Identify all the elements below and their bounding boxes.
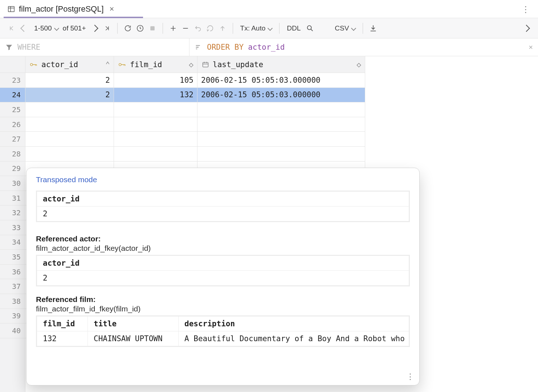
row-number[interactable]: 31 [0, 191, 25, 206]
row-number[interactable]: 40 [0, 323, 25, 338]
where-clause[interactable]: WHERE [0, 38, 189, 56]
cell-empty[interactable] [114, 132, 197, 146]
column-header-film-id[interactable]: film_id ◇ [114, 56, 197, 73]
stop-button[interactable] [147, 22, 158, 35]
row-number[interactable]: 28 [0, 147, 25, 162]
cell-actor-id[interactable]: 2 [25, 73, 114, 87]
submit-button[interactable] [204, 22, 216, 35]
order-by-clause[interactable]: ORDER BY actor_id × [189, 38, 538, 56]
row-number[interactable]: 26 [0, 117, 25, 132]
ref-film-col-desc: description [179, 317, 409, 331]
ddl-button[interactable]: DDL [284, 22, 303, 35]
refresh-button[interactable] [122, 22, 134, 35]
kebab-menu-icon[interactable]: ⋮ [521, 4, 531, 15]
filter-bar: WHERE ORDER BY actor_id × [0, 38, 538, 56]
row-number[interactable]: 25 [0, 102, 25, 117]
revert-button[interactable] [192, 22, 204, 35]
table-row[interactable] [25, 147, 365, 162]
first-page-button[interactable] [6, 22, 17, 35]
row-number[interactable]: 29 [0, 162, 25, 176]
cell-empty[interactable] [197, 117, 365, 132]
delete-row-button[interactable] [180, 22, 191, 35]
cell-film-id[interactable]: 105 [114, 73, 197, 87]
search-button[interactable] [304, 22, 316, 35]
close-tab-icon[interactable]: × [107, 4, 117, 14]
clear-sort-icon[interactable]: × [529, 43, 533, 52]
transposed-mode-link[interactable]: Transposed mode [36, 175, 97, 184]
cell-empty[interactable] [197, 147, 365, 161]
row-number[interactable]: 39 [0, 309, 25, 324]
commit-button[interactable] [217, 22, 228, 35]
table-row[interactable] [25, 117, 365, 132]
cell-empty[interactable] [25, 147, 114, 161]
cell-empty[interactable] [114, 117, 197, 132]
tx-mode-button[interactable]: Tx: Auto [237, 22, 275, 35]
table-row[interactable] [25, 102, 365, 117]
row-number[interactable]: 30 [0, 176, 25, 191]
row-number[interactable]: 36 [0, 265, 25, 279]
ref-film-title: CHAINSAW UPTOWN [88, 331, 179, 346]
cell-empty[interactable] [114, 102, 197, 117]
export-format-button[interactable]: CSV [332, 22, 358, 35]
add-row-button[interactable] [167, 22, 179, 35]
cell-empty[interactable] [25, 117, 114, 132]
cell-last-update[interactable]: 2006-02-15 05:05:03.000000 [197, 73, 365, 87]
row-number[interactable]: 37 [0, 279, 25, 294]
prev-page-button[interactable] [18, 22, 30, 35]
editor-tab[interactable]: film_actor [PostgreSQL] × [4, 0, 123, 18]
sort-asc-icon[interactable]: ⌃ [105, 60, 110, 69]
result-toolbar: 1-500 of 501+ Tx: Auto DDL CSV [0, 18, 538, 38]
editor-tab-bar: film_actor [PostgreSQL] × ⋮ [0, 0, 538, 18]
column-name: actor_id [41, 60, 78, 69]
column-header-last-update[interactable]: last_update ◇ [197, 56, 365, 73]
ref-film-col-title: title [88, 317, 179, 331]
cell-film-id[interactable]: 132 [114, 88, 197, 102]
cell-empty[interactable] [25, 102, 114, 117]
table-row[interactable] [25, 132, 365, 147]
column-header-row: actor_id ⌃ film_id ◇ last_update ◇ [25, 56, 365, 73]
gutter-header [0, 56, 25, 73]
column-name: last_update [213, 60, 263, 69]
datetime-icon [202, 61, 209, 68]
sort-handle-icon[interactable]: ◇ [189, 60, 193, 69]
referenced-film-fkey: film_actor_film_id_fkey(film_id) [36, 305, 410, 313]
last-page-button[interactable] [101, 22, 113, 35]
row-number[interactable]: 23 [0, 73, 25, 88]
table-row[interactable]: 21052006-02-15 05:05:03.000000 [25, 73, 365, 88]
order-by-column: actor_id [248, 43, 285, 52]
cell-empty[interactable] [25, 132, 114, 146]
row-number[interactable]: 33 [0, 220, 25, 235]
page-range-value: 1-500 [33, 24, 53, 32]
cell-actor-id[interactable]: 2 [25, 88, 114, 102]
download-button[interactable] [367, 22, 379, 35]
next-page-button[interactable] [89, 22, 101, 35]
expand-toolbar-button[interactable] [521, 22, 532, 35]
chevron-down-icon [351, 25, 356, 30]
ref-film-col-id: film_id [37, 317, 88, 331]
popup-kebab-icon[interactable]: ⋮ [406, 372, 414, 381]
tab-title: film_actor [PostgreSQL] [19, 4, 104, 14]
table-row[interactable]: 21322006-02-15 05:05:03.000000 [25, 88, 365, 103]
pk-icon [118, 61, 126, 68]
cell-empty[interactable] [197, 102, 365, 117]
row-number[interactable]: 24 [0, 88, 25, 103]
row-number[interactable]: 27 [0, 132, 25, 147]
tx-mode-label: Tx: Auto [240, 24, 266, 32]
column-header-actor-id[interactable]: actor_id ⌃ [25, 56, 114, 73]
cell-empty[interactable] [197, 132, 365, 146]
svg-rect-6 [203, 62, 208, 67]
row-number[interactable]: 34 [0, 235, 25, 250]
export-format-label: CSV [335, 24, 349, 32]
row-number[interactable]: 38 [0, 294, 25, 309]
svg-rect-0 [8, 6, 15, 12]
sort-handle-icon[interactable]: ◇ [356, 60, 361, 69]
row-number[interactable]: 32 [0, 205, 25, 220]
cell-empty[interactable] [114, 147, 197, 161]
history-button[interactable] [134, 22, 146, 35]
row-number[interactable]: 35 [0, 250, 25, 265]
where-keyword: WHERE [17, 43, 40, 52]
page-range[interactable]: 1-500 of 501+ [30, 24, 88, 32]
row-number-gutter: 232425262728293031323334353637383940 [0, 56, 25, 392]
ref-actor-val: 2 [37, 271, 53, 285]
cell-last-update[interactable]: 2006-02-15 05:05:03.000000 [197, 88, 365, 102]
